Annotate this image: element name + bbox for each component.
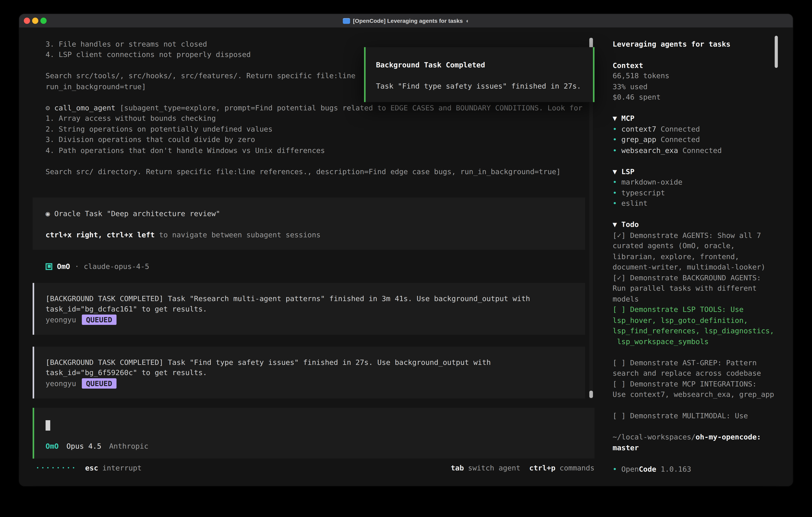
context-heading-text: Context <box>613 61 643 69</box>
todo-item-text: [✓] Demonstrate AGENTS: Show all 7 <box>613 231 761 239</box>
session-title-text: Leveraging agents for tasks <box>613 40 730 48</box>
todo-item-text: librarian, explore, frontend, <box>613 252 739 261</box>
log-line-text: Search src/tools/, src/hooks/, src/featu… <box>46 72 355 80</box>
context-tokens: 66,518 tokens <box>613 71 793 81</box>
log-line: 4. Path operations that don't handle Win… <box>46 145 600 156</box>
todo-item: curated agents (OmO, oracle, <box>613 241 793 251</box>
minimize-button[interactable] <box>32 18 38 24</box>
message-meta: yeongyuQUEUED <box>46 378 585 389</box>
sidebar-scrollbar[interactable] <box>775 36 778 68</box>
log-line: 1. Array access without bounds checking <box>46 113 600 124</box>
todo-item: Run parallel tasks with different <box>613 283 793 294</box>
mcp-header: ▼ MCP <box>613 113 793 124</box>
background-task-message: [BACKGROUND TASK COMPLETED] Task "Find t… <box>33 347 585 399</box>
context-tokens-text: 66,518 tokens <box>613 72 669 80</box>
mcp-item-text: • <box>613 135 621 143</box>
context-used-text: 33% used <box>613 82 647 90</box>
background-task-toast[interactable]: Background Task Completed Task "Find typ… <box>364 47 594 102</box>
todo-item-text: [ ] Demonstrate AST-GREP: Pattern <box>613 358 757 366</box>
mcp-item: • websearch_exa Connected <box>613 145 793 156</box>
log-line <box>46 156 600 166</box>
workspace-path: ~/local-workspaces/oh-my-opencode: <box>613 432 793 442</box>
lsp-item-text: • <box>613 189 621 197</box>
statusbar-right-hints: tabswitch agentctrl+pcommands <box>451 463 594 472</box>
sidebar-line <box>613 453 793 464</box>
statusbar-left: •••••••• escinterrupt <box>36 463 142 472</box>
input-agent-label: OmO <box>46 442 59 450</box>
oracle-task-title-text: ◉ <box>46 209 54 217</box>
oracle-task-title: ◉ Oracle Task "Deep architecture review" <box>46 208 585 219</box>
message-author: yeongyu <box>46 378 76 389</box>
mcp-item-text: context7 <box>621 125 656 133</box>
todo-item: Use context7, websearch_exa, grep_app <box>613 389 793 400</box>
todo-item-text: curated agents (OmO, oracle, <box>613 242 735 250</box>
oracle-task-hint: ctrl+x right, ctrl+x left to navigate be… <box>46 229 585 240</box>
lsp-item-text: typescript <box>621 189 665 197</box>
sidebar-line <box>613 49 793 60</box>
shortcut-hint: ctrl+pcommands <box>529 463 594 472</box>
oracle-task-title-text: Oracle Task "Deep architecture review" <box>54 209 220 217</box>
log-line-text: run_in_background=true] <box>46 82 146 90</box>
todo-item-active-text: [ ] Demonstrate LSP TOOLS: Use <box>613 305 744 314</box>
sidebar-line <box>613 400 793 410</box>
todo-item-active: [ ] Demonstrate LSP TOOLS: Use <box>613 304 793 315</box>
prompt-input[interactable]: OmO Opus 4.5 Anthropic <box>33 408 594 459</box>
agent-model: claude-opus-4-5 <box>84 262 149 270</box>
mcp-item-text: Connected <box>656 135 700 143</box>
todo-item-text: [ ] Demonstrate MCP INTEGRATIONS: <box>613 380 757 388</box>
agent-separator: · <box>75 262 79 270</box>
sidebar-line <box>613 156 793 166</box>
oracle-task-hint-text: ctrl+x right, ctrl+x left <box>46 230 155 239</box>
window-title-wrap: [OpenCode] Leveraging agents for tasks ◐ <box>343 18 469 24</box>
message-line-2: task_id="bg_6f59260c" to get results. <box>46 368 585 378</box>
sidebar-line <box>613 421 793 432</box>
context-spent-text: $0.46 spent <box>613 93 661 101</box>
log-line-text: 4. LSP client connections not properly d… <box>46 50 251 59</box>
workspace-branch-text: master <box>613 443 639 452</box>
agent-header: OmO · claude-opus-4-5 <box>46 261 149 272</box>
scrollbar-thumb[interactable] <box>589 391 593 398</box>
workspace-path-text: ~/local-workspaces/ <box>613 433 696 441</box>
desktop: [OpenCode] Leveraging agents for tasks ◐… <box>0 0 812 517</box>
titlebar[interactable]: [OpenCode] Leveraging agents for tasks ◐ <box>19 14 793 28</box>
input-model-label: Opus 4.5 <box>66 442 102 450</box>
log-line-text: ⚙ <box>46 104 54 112</box>
lsp-item: • markdown-oxide <box>613 177 793 187</box>
todo-item-active: lsp_hover, lsp_goto_definition, <box>613 315 793 325</box>
sidebar-content: Leveraging agents for tasksContext66,518… <box>613 39 793 474</box>
lsp-item-text: eslint <box>621 199 647 207</box>
lsp-item: • eslint <box>613 198 793 209</box>
version-line-text: Code <box>639 465 656 473</box>
todo-item: [✓] Demonstrate BACKGROUND AGENTS: <box>613 272 793 283</box>
input-meta: OmO Opus 4.5 Anthropic <box>46 440 148 452</box>
shortcut-key: tab <box>451 463 464 472</box>
status-badge: QUEUED <box>82 315 116 325</box>
close-button[interactable] <box>24 18 30 24</box>
log-line-text: Search src/ directory. Return specific f… <box>46 167 561 175</box>
todo-item-text: Use context7, websearch_exa, grep_app <box>613 390 774 399</box>
todo-item-active-text: lsp_find_references, lsp_diagnostics, <box>613 326 774 335</box>
version-line-text: • <box>613 465 621 473</box>
oracle-task-panel[interactable]: ◉ Oracle Task "Deep architecture review"… <box>33 197 585 250</box>
todo-item: librarian, explore, frontend, <box>613 251 793 262</box>
shortcut-hint: tabswitch agent <box>451 463 520 472</box>
oracle-line <box>46 219 585 229</box>
text-cursor <box>46 420 50 431</box>
context-heading: Context <box>613 60 793 71</box>
version-line-text: Open <box>621 465 639 473</box>
context-spent: $0.46 spent <box>613 92 793 102</box>
log-line: Search src/ directory. Return specific f… <box>46 166 600 177</box>
lsp-item-text: • <box>613 178 621 186</box>
log-line-text: 3. Division operations that could divide… <box>46 135 255 143</box>
input-provider-label: Anthropic <box>109 442 148 450</box>
todo-item: [✓] Demonstrate AGENTS: Show all 7 <box>613 230 793 241</box>
log-line-text: 2. String operations on potentially unde… <box>46 125 272 133</box>
todo-item-active-text: lsp_workspace_symbols <box>613 337 709 346</box>
todo-item-text: [✓] Demonstrate BACKGROUND AGENTS: <box>613 273 761 282</box>
oracle-task-content: ◉ Oracle Task "Deep architecture review"… <box>46 208 585 240</box>
log-line-text: 3. File handles or streams not closed <box>46 40 207 48</box>
sidebar: Leveraging agents for tasksContext66,518… <box>604 28 793 486</box>
message-line-2: task_id="bg_dcfac161" to get results. <box>46 304 585 314</box>
shortcut-hint: escinterrupt <box>85 463 142 472</box>
zoom-button[interactable] <box>40 18 47 24</box>
